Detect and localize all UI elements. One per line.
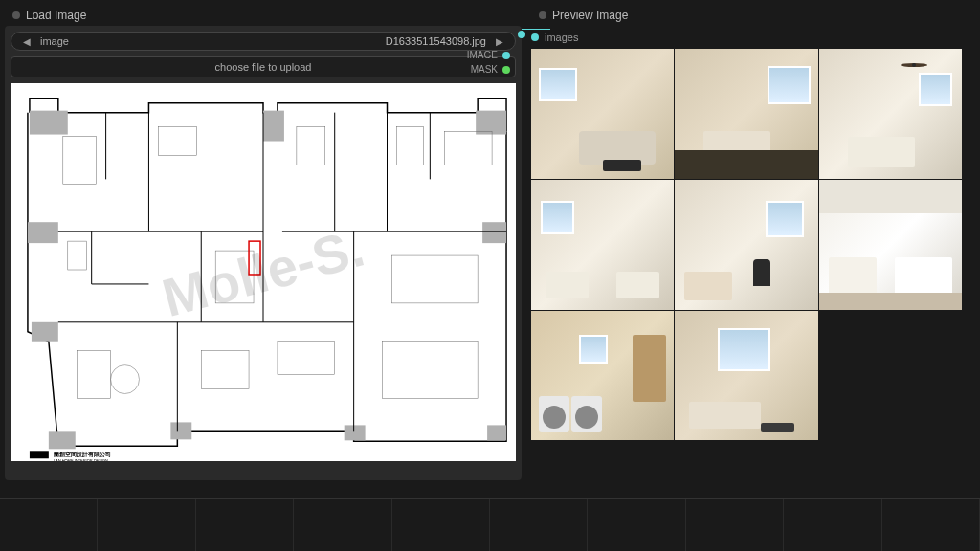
svg-rect-32 (78, 351, 111, 399)
preview-thumb[interactable] (531, 180, 674, 310)
panel-title-load: Load Image (26, 9, 86, 22)
svg-point-33 (111, 365, 140, 394)
svg-point-42 (912, 63, 916, 67)
prev-file-arrow[interactable]: ◀ (19, 36, 34, 47)
svg-rect-26 (297, 127, 325, 165)
svg-rect-25 (158, 127, 196, 156)
svg-rect-34 (201, 351, 249, 389)
svg-rect-28 (444, 132, 492, 165)
file-selector[interactable]: ◀ image D1633511543098.jpg ▶ (11, 32, 516, 51)
port-dot-icon (502, 52, 510, 59)
ceiling-fan-icon (900, 56, 928, 66)
svg-text:蘭創空間設計有限公司: 蘭創空間設計有限公司 (53, 451, 111, 457)
floorplan-image: 蘭創空間設計有限公司 LAN HOME INTERIOR DESIGN Moll… (11, 83, 516, 461)
node-collapse-dot[interactable] (539, 11, 546, 19)
svg-rect-35 (278, 342, 335, 375)
port-dot-icon (531, 33, 539, 41)
output-port-mask[interactable]: MASK (467, 64, 510, 75)
preview-image-header: Preview Image (531, 5, 975, 26)
preview-thumb[interactable] (675, 180, 817, 310)
panel-title-preview: Preview Image (552, 9, 628, 22)
preview-thumb[interactable] (819, 49, 962, 179)
svg-rect-9 (487, 425, 506, 440)
svg-text:LAN HOME INTERIOR DESIGN: LAN HOME INTERIOR DESIGN (54, 458, 108, 461)
svg-rect-37 (249, 241, 260, 275)
svg-rect-5 (32, 322, 58, 342)
load-image-header: Load Image (5, 5, 522, 26)
empty-grid-cell (819, 311, 962, 441)
preview-thumb[interactable] (675, 311, 817, 441)
next-file-arrow[interactable]: ▶ (492, 36, 507, 47)
svg-rect-27 (396, 127, 423, 165)
svg-rect-4 (482, 222, 506, 243)
svg-rect-6 (49, 431, 76, 449)
svg-rect-8 (345, 425, 366, 440)
svg-rect-31 (391, 255, 478, 303)
input-label-images: images (531, 28, 975, 49)
svg-rect-1 (263, 111, 284, 142)
svg-rect-38 (30, 451, 49, 458)
svg-rect-36 (383, 342, 479, 399)
svg-rect-7 (170, 422, 191, 439)
preview-thumb[interactable] (675, 49, 817, 179)
svg-rect-3 (28, 222, 58, 243)
svg-rect-2 (476, 111, 506, 135)
svg-rect-29 (68, 241, 87, 270)
current-filename: D1633511543098.jpg (75, 35, 492, 47)
svg-rect-0 (30, 111, 68, 135)
output-port-image[interactable]: IMAGE (467, 50, 510, 60)
node-collapse-dot[interactable] (12, 11, 20, 19)
svg-rect-24 (63, 137, 97, 185)
load-image-node: IMAGE MASK ◀ image D1633511543098.jpg ▶ … (5, 26, 522, 480)
preview-thumb[interactable] (531, 49, 674, 179)
svg-rect-30 (215, 251, 254, 303)
timeline-bar[interactable] (0, 498, 980, 551)
preview-thumb[interactable] (531, 311, 674, 441)
file-field-label: image (34, 35, 75, 47)
port-dot-icon (502, 66, 510, 74)
input-port-images[interactable] (518, 31, 525, 38)
preview-image-grid (531, 49, 962, 440)
preview-thumb[interactable] (819, 180, 962, 310)
upload-button[interactable]: choose file to upload (11, 56, 516, 77)
